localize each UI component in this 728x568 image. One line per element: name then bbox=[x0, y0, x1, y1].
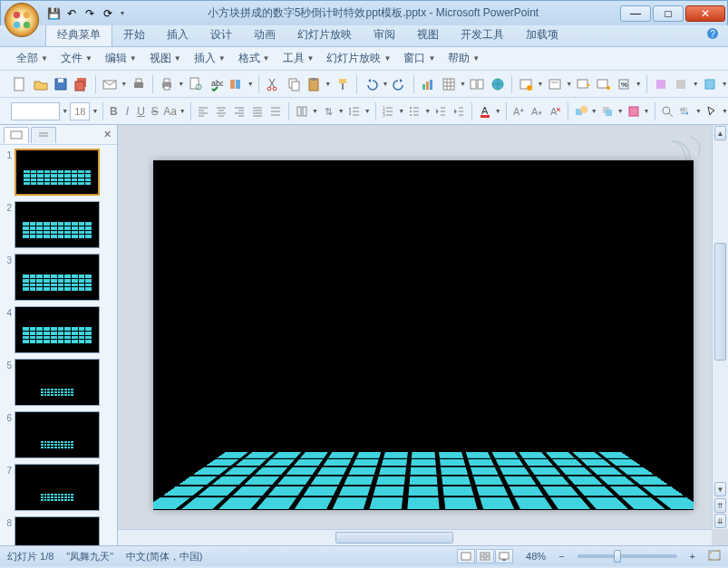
run-icon[interactable] bbox=[574, 74, 592, 94]
tab-developer[interactable]: 开发工具 bbox=[450, 24, 515, 46]
layout-icon[interactable] bbox=[546, 74, 564, 94]
next-slide-icon[interactable]: ⇊ bbox=[714, 514, 726, 528]
italic-button[interactable]: I bbox=[121, 101, 133, 121]
menu-tools[interactable]: 工具▼ bbox=[277, 48, 320, 69]
panel-close-icon[interactable]: ✕ bbox=[101, 129, 113, 141]
tab-insert[interactable]: 插入 bbox=[156, 24, 199, 46]
zoom-level[interactable]: 48% bbox=[526, 551, 546, 562]
align-justify-icon[interactable] bbox=[249, 101, 266, 121]
open-icon[interactable] bbox=[31, 74, 49, 94]
menu-all[interactable]: 全部▼ bbox=[11, 48, 53, 69]
tab-animation[interactable]: 动画 bbox=[243, 24, 286, 46]
vertical-scrollbar[interactable]: ▲ ▼ ⇈ ⇊ bbox=[712, 125, 728, 529]
undo-icon[interactable]: ↶ bbox=[64, 6, 79, 21]
indent-icon[interactable] bbox=[451, 101, 467, 121]
zoom-dropdown[interactable]: ▼ bbox=[636, 74, 642, 94]
quickstyle-dropdown[interactable]: ▼ bbox=[644, 101, 650, 121]
minimize-button[interactable]: — bbox=[620, 5, 651, 22]
research-icon[interactable] bbox=[227, 74, 245, 94]
menu-slideshow[interactable]: 幻灯片放映▼ bbox=[321, 48, 396, 69]
slides-tab[interactable] bbox=[4, 127, 29, 143]
columns-icon[interactable] bbox=[294, 101, 310, 121]
preview-icon[interactable] bbox=[186, 74, 204, 94]
bullets-dropdown[interactable]: ▼ bbox=[424, 101, 431, 121]
tab-addins[interactable]: 加载项 bbox=[515, 24, 569, 46]
zoom-handle[interactable] bbox=[614, 550, 621, 563]
copy-icon[interactable] bbox=[284, 74, 302, 94]
tables-icon[interactable] bbox=[468, 74, 486, 94]
increase-font-icon[interactable]: A▴ bbox=[510, 101, 527, 121]
align-center-icon[interactable] bbox=[213, 101, 229, 121]
menu-view[interactable]: 视图▼ bbox=[144, 48, 187, 69]
quickstyle-icon[interactable] bbox=[626, 101, 642, 121]
slide-thumbnail[interactable] bbox=[15, 254, 100, 301]
outdent-icon[interactable] bbox=[432, 101, 449, 121]
print-dropdown[interactable]: ▼ bbox=[178, 74, 184, 94]
numbering-dropdown[interactable]: ▼ bbox=[398, 101, 404, 121]
align-right-icon[interactable] bbox=[231, 101, 248, 121]
maximize-button[interactable]: □ bbox=[653, 5, 684, 22]
mail-dropdown[interactable]: ▼ bbox=[121, 74, 127, 94]
case-dropdown[interactable]: ▼ bbox=[180, 101, 186, 121]
chart-icon[interactable] bbox=[419, 74, 437, 94]
run-current-icon[interactable] bbox=[595, 74, 613, 94]
redo-icon[interactable]: ↷ bbox=[83, 6, 97, 21]
linespacing-icon[interactable] bbox=[346, 101, 363, 121]
replace-icon[interactable]: ab bbox=[677, 101, 694, 121]
underline-button[interactable]: U bbox=[135, 101, 147, 121]
sorter-view-icon[interactable] bbox=[476, 549, 494, 563]
tab-home[interactable]: 开始 bbox=[112, 24, 156, 46]
thumb-row[interactable]: 2 bbox=[4, 201, 113, 248]
changecase-button[interactable]: Aa bbox=[162, 101, 178, 121]
bullets-icon[interactable] bbox=[406, 101, 422, 121]
undo-icon[interactable] bbox=[362, 74, 380, 94]
tab-slideshow[interactable]: 幻灯片放映 bbox=[286, 24, 363, 46]
slide-thumbnail[interactable] bbox=[15, 201, 100, 248]
zoom-out-icon[interactable]: − bbox=[558, 551, 564, 562]
menu-format[interactable]: 格式▼ bbox=[233, 48, 276, 69]
thumb-row[interactable]: 1 bbox=[4, 149, 113, 196]
shapes-dropdown[interactable]: ▼ bbox=[591, 101, 597, 121]
thumb-row[interactable]: 7 bbox=[4, 464, 113, 511]
fontsize-dropdown[interactable]: ▼ bbox=[92, 101, 98, 121]
options-dropdown[interactable]: ▼ bbox=[721, 74, 727, 94]
mail-icon[interactable] bbox=[101, 74, 119, 94]
slide-thumbnail[interactable] bbox=[15, 516, 100, 545]
text-direction-icon[interactable]: ⇅ bbox=[320, 101, 336, 121]
paste-icon[interactable] bbox=[305, 74, 323, 94]
replace-dropdown[interactable]: ▼ bbox=[695, 101, 702, 121]
tab-classic-menu[interactable]: 经典菜单 bbox=[45, 23, 112, 46]
research-dropdown[interactable]: ▼ bbox=[248, 74, 254, 94]
close-button[interactable]: ✕ bbox=[685, 5, 725, 22]
menu-window[interactable]: 窗口▼ bbox=[398, 48, 441, 69]
help-icon[interactable]: ? bbox=[706, 27, 719, 46]
thumb-row[interactable]: 5 bbox=[4, 359, 113, 406]
save-icon[interactable]: 💾 bbox=[46, 6, 61, 21]
slide-thumbnail[interactable] bbox=[15, 464, 100, 511]
thumb-row[interactable]: 8 bbox=[4, 516, 113, 545]
slide-canvas[interactable] bbox=[153, 160, 694, 510]
font-name-combo[interactable] bbox=[11, 102, 60, 120]
fontcolor-icon[interactable]: A bbox=[477, 101, 493, 121]
prev-slide-icon[interactable]: ⇈ bbox=[714, 498, 726, 513]
thumb-row[interactable]: 3 bbox=[4, 254, 113, 301]
color-scheme-icon[interactable] bbox=[652, 74, 670, 94]
slide-thumbnail[interactable] bbox=[15, 359, 100, 406]
qat-dropdown[interactable]: ▼ bbox=[119, 4, 126, 24]
zoom-in-icon[interactable]: + bbox=[690, 551, 695, 562]
bold-button[interactable]: B bbox=[108, 101, 120, 121]
office-button[interactable] bbox=[5, 3, 39, 37]
undo-dropdown[interactable]: ▼ bbox=[382, 74, 388, 94]
linespacing-dropdown[interactable]: ▼ bbox=[364, 101, 371, 121]
find-icon[interactable] bbox=[659, 101, 675, 121]
cut-icon[interactable] bbox=[264, 74, 282, 94]
tab-design[interactable]: 设计 bbox=[199, 24, 243, 46]
layout-dropdown[interactable]: ▼ bbox=[566, 74, 572, 94]
table-icon[interactable] bbox=[439, 74, 457, 94]
strike-button[interactable]: S bbox=[149, 101, 160, 121]
menu-file[interactable]: 文件▼ bbox=[55, 48, 98, 69]
hscroll-thumb[interactable] bbox=[335, 532, 453, 544]
formatpainter-icon[interactable] bbox=[333, 74, 351, 94]
new-icon[interactable] bbox=[11, 74, 29, 94]
quickprint-icon[interactable] bbox=[129, 74, 147, 94]
